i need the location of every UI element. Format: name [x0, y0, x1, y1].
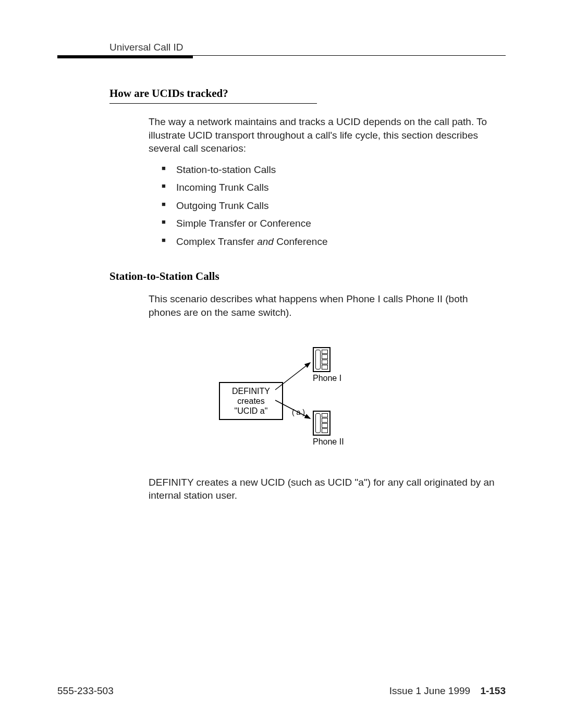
list-item: Complex Transfer and Conference — [162, 235, 506, 250]
header-thick-bar — [57, 56, 193, 58]
page-footer: 555-233-503 Issue 1 June 1999 1-153 — [57, 685, 506, 697]
phone-2-label: Phone II — [313, 437, 344, 447]
list-item-text: Station-to-station Calls — [176, 164, 276, 175]
document-page: Universal Call ID How are UCIDs tracked?… — [0, 0, 563, 728]
list-item-text: Outgoing Trunk Calls — [176, 200, 268, 211]
definity-line2: creates — [226, 396, 276, 406]
list-item: Simple Transfer or Conference — [162, 216, 506, 231]
list-item-text-post: Conference — [274, 236, 328, 247]
closing-paragraph: DEFINITY creates a new UCID (such as UCI… — [149, 476, 495, 502]
running-header: Universal Call ID — [109, 42, 506, 53]
list-item-text-pre: Complex Transfer — [176, 236, 257, 247]
footer-right: Issue 1 June 1999 1-153 — [389, 685, 506, 697]
definity-line1: DEFINITY — [226, 386, 276, 396]
doc-number: 555-233-503 — [57, 685, 114, 697]
phone-2: Phone II — [313, 411, 344, 447]
definity-box: DEFINITY creates "UCID a" — [219, 382, 283, 421]
phone-icon — [313, 347, 331, 372]
list-item: Outgoing Trunk Calls — [162, 199, 506, 214]
list-item-text-em: and — [257, 236, 274, 247]
intro-paragraph: The way a network maintains and tracks a… — [149, 115, 495, 155]
issue-text: Issue 1 June 1999 — [389, 685, 470, 696]
list-item: Station-to-station Calls — [162, 163, 506, 178]
section-heading-station: Station-to-Station Calls — [109, 270, 506, 283]
list-item-text: Incoming Trunk Calls — [176, 182, 268, 193]
ucid-figure: ( a ) DEFINITY creates "UCID a" Phone I — [57, 338, 506, 452]
station-intro-paragraph: This scenario describes what happens whe… — [149, 292, 495, 319]
page-number: 1-153 — [480, 685, 506, 696]
section-heading-tracked: How are UCIDs tracked? — [109, 87, 317, 104]
list-item-text: Simple Transfer or Conference — [176, 218, 311, 229]
scenario-list: Station-to-station Calls Incoming Trunk … — [162, 163, 506, 250]
list-item: Incoming Trunk Calls — [162, 180, 506, 195]
definity-line3: "UCID a" — [226, 406, 276, 416]
phone-1-label: Phone I — [313, 374, 341, 383]
phone-icon — [313, 411, 331, 436]
phone-1: Phone I — [313, 347, 341, 383]
